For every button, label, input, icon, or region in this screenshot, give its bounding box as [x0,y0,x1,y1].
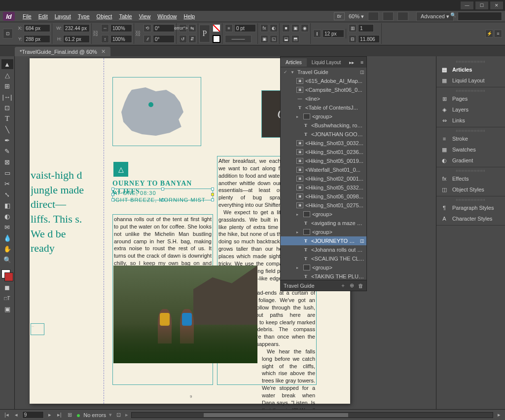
stroke-weight-input[interactable] [234,24,256,32]
search-input[interactable] [458,12,502,21]
note-tool[interactable]: ✉ [1,222,13,232]
tree-item[interactable]: T<Bushwhacking, rock ... [281,121,366,130]
expand-arrow-icon[interactable]: ▸ [296,266,301,270]
tree-item[interactable]: ▣<615_Adobe_AI_Map... [281,76,366,85]
panel-menu-icon[interactable]: ≡ [358,60,366,65]
resize-handle[interactable] [211,198,214,201]
dock-articles[interactable]: ▤Articles [436,64,505,75]
menu-table[interactable]: Table [116,12,135,20]
text-wrap-none-icon[interactable]: ■ [282,24,290,32]
pencil-tool[interactable]: ✎ [1,146,13,156]
articles-tree[interactable]: ✓ ▼ Travel Guide ◫ ▣<615_Adobe_AI_Map...… [281,68,366,280]
line-tool[interactable]: ╲ [1,124,13,134]
last-page-icon[interactable]: ▸| [56,412,63,418]
expand-arrow-icon[interactable]: ▸ [296,230,301,234]
tree-item[interactable]: ▣<Hiking_Shot01_0275... [281,201,366,210]
menu-window[interactable]: Window [154,12,180,20]
dock-layers[interactable]: ◈Layers [436,104,505,115]
tree-item[interactable]: T<avigating a maze of... [281,219,366,228]
page-input[interactable] [22,411,44,419]
eyedropper-tool[interactable]: 💧 [1,233,13,243]
menu-edit[interactable]: Edit [36,12,51,20]
screen-mode-tool[interactable]: ▣ [1,304,13,314]
document-tab[interactable]: *TravelGuide_Final.indd @ 60% ✕ [15,47,110,56]
text-wrap-bbox-icon[interactable]: ▣ [291,24,299,32]
panel-menu-icon[interactable]: ≡ [494,30,502,38]
col-width-input[interactable] [358,35,380,43]
zoom-dropdown[interactable]: 60% ▾ [349,13,364,20]
guide-line[interactable] [104,58,104,404]
shear-input[interactable] [153,35,175,43]
expand-arrow-icon[interactable]: ▼ [290,70,295,75]
screen-mode-icon[interactable] [383,12,394,21]
horizontal-scrollbar[interactable] [131,412,493,418]
articles-tab[interactable]: Articles [281,58,307,67]
type-tool[interactable]: T [1,114,13,123]
formatting-container-icon[interactable]: □T [1,293,13,303]
dock-object-styles[interactable]: ◫Object Styles [436,184,505,195]
flip-h-icon[interactable]: ⇋ [188,24,196,32]
scroll-right-icon[interactable]: ▸ [496,412,502,418]
gradient-swatch-tool[interactable]: ◧ [1,200,13,210]
view-options-icon[interactable] [368,12,379,21]
x-input[interactable] [24,24,50,32]
tree-item[interactable]: ▣<Hiking_Shot03_0032... [281,139,366,148]
panel-collapse-icon[interactable]: ▸▸ [346,60,357,65]
tree-item[interactable]: T<JONATHAN GOODM... [281,130,366,139]
text-wrap-next-icon[interactable]: ⬒ [291,35,299,43]
dock-character-styles[interactable]: ACharacter Styles [436,213,505,224]
menu-object[interactable]: Object [94,12,115,20]
rectangle-tool[interactable]: ▭ [1,168,13,178]
scissors-tool[interactable]: ✂ [1,179,13,189]
tree-item[interactable]: T<TAKING THE PLUNG... [281,272,366,280]
tree-item[interactable]: —<line> [281,94,366,103]
fill-swatch-icon[interactable] [213,24,220,32]
expand-arrow-icon[interactable]: ▸ [296,115,301,119]
menu-layout[interactable]: Layout [52,12,74,20]
section-logo-icon[interactable]: △ [113,162,128,177]
add-article-icon[interactable]: ＋ [340,282,346,289]
hiking-photo-frame[interactable] [113,266,257,363]
content-collector-tool[interactable]: ⊡ [1,103,13,113]
stroke-type-icon[interactable]: ——— [225,35,252,43]
fx-icon[interactable]: fx [260,24,268,32]
anchor-handle[interactable] [211,193,214,196]
bridge-icon[interactable]: Br [334,12,345,20]
opacity-icon[interactable]: ◐ [270,24,278,32]
map-frame[interactable] [112,77,201,146]
delete-icon[interactable]: 🗑 [358,283,363,289]
stroke-swatch-icon[interactable] [213,35,220,43]
dock-swatches[interactable]: ▦Swatches [436,144,505,155]
liquid-layout-tab[interactable]: Liquid Layout [307,58,346,67]
hand-tool[interactable]: ✋ [1,244,13,254]
gradient-feather-tool[interactable]: ◐ [1,211,13,221]
tree-item[interactable]: ▣<Hiking_Shot06_0098... [281,192,366,201]
text-wrap-jump-icon[interactable]: ⬓ [282,35,290,43]
flip-v-icon[interactable]: ⇵ [188,35,196,43]
selection-tool[interactable]: ▲ [1,59,13,69]
arrange-icon[interactable] [397,12,408,21]
menu-file[interactable]: File [20,12,35,20]
dock-effects[interactable]: fxEffects [436,173,505,184]
columns-input[interactable] [358,24,374,32]
pen-tool[interactable]: ✒ [1,135,13,145]
tree-root[interactable]: ✓ ▼ Travel Guide ◫ [281,68,366,76]
preflight-status-icon[interactable]: ● [76,411,80,419]
close-tab-icon[interactable]: ✕ [101,48,106,55]
rotate-input[interactable] [153,24,175,32]
scale-x-input[interactable] [110,24,132,32]
direct-selection-tool[interactable]: △ [1,70,13,80]
tree-item[interactable]: ▸<group> [281,228,366,236]
minimize-button[interactable]: — [461,1,473,9]
small-frame[interactable]: ... [31,323,44,335]
y-input[interactable] [24,35,50,43]
prev-page-icon[interactable]: ◂ [13,412,19,418]
canvas[interactable]: vaist-high d jungle made direct— liffs. … [15,56,436,409]
tree-item[interactable]: ▣<Hiking_Shot05_0332... [281,183,366,192]
tree-item[interactable]: ▣<Campsite_Shot06_0... [281,85,366,94]
apply-color-icon[interactable]: ◼ [1,282,13,292]
scale-y-input[interactable] [110,35,132,43]
open-nav-icon[interactable]: ⊞ [66,412,73,418]
tree-item[interactable]: ▣<Waterfall_Shot01_0... [281,165,366,174]
menu-view[interactable]: View [136,12,154,20]
